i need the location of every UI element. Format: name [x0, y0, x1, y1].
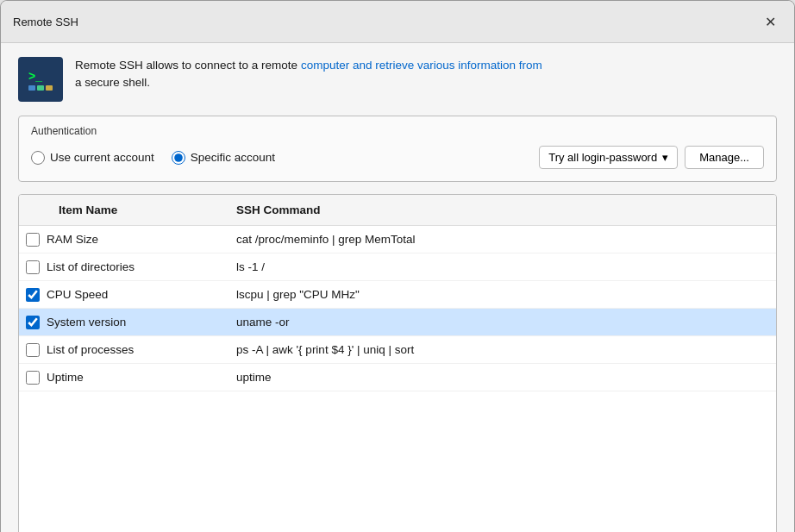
- radio-use-current-input[interactable]: [31, 151, 45, 165]
- table-row: List of directories ls -1 /: [19, 253, 776, 281]
- radio-specific-label: Specific account: [191, 151, 275, 164]
- table-empty-space: [19, 391, 776, 532]
- table-row[interactable]: System version uname -or: [19, 309, 776, 336]
- row-ssh-cmd: lscpu | grep "CPU MHz": [226, 284, 776, 305]
- dialog-content: >_ Remote SSH allows to connect to a rem…: [1, 43, 794, 532]
- row-checkbox[interactable]: [26, 233, 40, 247]
- close-button[interactable]: ✕: [758, 9, 782, 34]
- row-item-name: List of processes: [47, 343, 134, 356]
- auth-controls: Use current account Specific account Try…: [31, 146, 764, 169]
- table-header: Item Name SSH Command: [19, 195, 776, 226]
- row-checkbox[interactable]: [26, 371, 40, 385]
- row-left: List of directories: [19, 256, 226, 279]
- remote-ssh-dialog: Remote SSH ✕ >_ Remote SSH allows to con…: [0, 0, 795, 532]
- app-icon: >_: [18, 57, 63, 102]
- desc-link: computer and retrieve various informatio…: [301, 59, 542, 72]
- radio-specific-input[interactable]: [172, 151, 185, 165]
- dot-icon: [37, 85, 44, 91]
- row-left: List of processes: [19, 339, 226, 361]
- terminal-dots-icon: [28, 85, 53, 91]
- table-row: CPU Speed lscpu | grep "CPU MHz": [19, 281, 776, 309]
- login-dropdown[interactable]: Try all login-password ▾: [539, 146, 678, 169]
- table-row: RAM Size cat /proc/meminfo | grep MemTot…: [19, 226, 776, 253]
- row-ssh-cmd: ls -1 /: [226, 256, 776, 278]
- radio-specific[interactable]: Specific account: [172, 151, 275, 165]
- radio-use-current[interactable]: Use current account: [31, 151, 154, 165]
- row-item-name: CPU Speed: [47, 288, 108, 301]
- dot-icon: [28, 85, 35, 91]
- desc-text-part2: a secure shell.: [75, 76, 150, 89]
- col-item-name-header: Item Name: [19, 200, 226, 220]
- items-table: Item Name SSH Command RAM Size cat /proc…: [18, 194, 777, 532]
- dot-icon: [46, 85, 53, 91]
- table-row: List of processes ps -A | awk '{ print $…: [19, 336, 776, 364]
- row-item-name: Uptime: [47, 371, 84, 384]
- description-area: >_ Remote SSH allows to connect to a rem…: [18, 57, 777, 102]
- row-ssh-cmd: uname -or: [226, 311, 776, 333]
- row-item-name: List of directories: [47, 260, 135, 273]
- row-checkbox[interactable]: [26, 288, 40, 302]
- auth-section-label: Authentication: [31, 125, 764, 137]
- row-ssh-cmd: ps -A | awk '{ print $4 }' | uniq | sort: [226, 339, 776, 360]
- manage-button[interactable]: Manage...: [685, 146, 764, 169]
- row-item-name: RAM Size: [47, 233, 98, 246]
- title-bar: Remote SSH ✕: [1, 1, 794, 43]
- radio-group: Use current account Specific account: [31, 151, 275, 165]
- desc-text-part1: Remote SSH allows to connect to a remote: [75, 59, 301, 72]
- row-checkbox[interactable]: [26, 260, 40, 274]
- row-left: CPU Speed: [19, 284, 226, 306]
- dialog-title: Remote SSH: [13, 16, 78, 28]
- row-ssh-cmd: uptime: [226, 366, 776, 388]
- row-item-name: System version: [47, 316, 126, 329]
- row-left: Uptime: [19, 366, 226, 389]
- row-checkbox[interactable]: [26, 343, 40, 357]
- chevron-down-icon: ▾: [662, 151, 668, 164]
- radio-use-current-label: Use current account: [50, 151, 154, 164]
- row-left: RAM Size: [19, 228, 226, 251]
- row-left: System version: [19, 311, 226, 334]
- col-ssh-command-header: SSH Command: [226, 200, 776, 220]
- table-row: Uptime uptime: [19, 364, 776, 391]
- row-ssh-cmd: cat /proc/meminfo | grep MemTotal: [226, 228, 776, 250]
- description-text: Remote SSH allows to connect to a remote…: [75, 57, 542, 92]
- terminal-prompt-icon: >_: [28, 69, 42, 83]
- authentication-section: Authentication Use current account Speci…: [18, 116, 777, 182]
- login-dropdown-label: Try all login-password: [548, 151, 657, 164]
- row-checkbox[interactable]: [26, 316, 40, 329]
- auth-right-controls: Try all login-password ▾ Manage...: [539, 146, 764, 169]
